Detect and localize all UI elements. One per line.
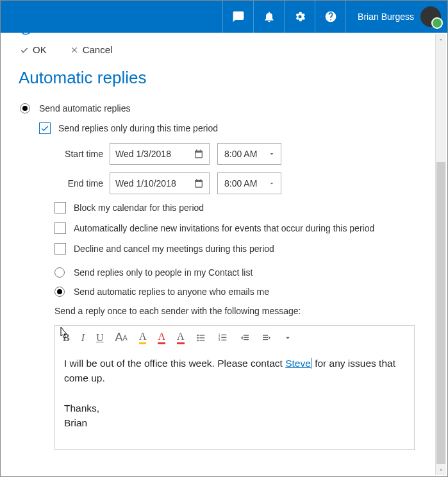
- end-time-value: 8:00 AM: [224, 178, 257, 188]
- svg-rect-1: [199, 335, 204, 335]
- ok-label: OK: [33, 44, 47, 55]
- decline-new-label: Automatically decline new invitations fo…: [74, 223, 374, 233]
- message-editor: B I U AA A A A 123 I will be out of the …: [54, 325, 415, 450]
- svg-rect-7: [221, 334, 226, 335]
- start-time-label: Start time: [54, 149, 103, 159]
- msg-thanks: Thanks,: [64, 403, 99, 414]
- msg-sign: Brian: [64, 417, 87, 428]
- msg-part1: I will be out of the office this week. P…: [64, 358, 285, 369]
- start-date-value: Wed 1/3/2018: [115, 149, 171, 159]
- cancel-label: Cancel: [83, 44, 113, 55]
- svg-rect-5: [199, 340, 204, 340]
- bell-icon[interactable]: [253, 1, 284, 33]
- logo: gP: [21, 13, 39, 35]
- start-date-input[interactable]: Wed 1/3/2018: [110, 143, 210, 165]
- bullets-button[interactable]: [196, 333, 206, 343]
- block-calendar-label: Block my calendar for this period: [74, 203, 204, 213]
- svg-point-2: [197, 337, 199, 339]
- cancel-button[interactable]: Cancel: [70, 44, 113, 55]
- font-color-button[interactable]: A: [158, 331, 165, 344]
- ok-button[interactable]: OK: [20, 44, 47, 55]
- underline-button[interactable]: U: [96, 332, 104, 344]
- highlight-button[interactable]: A: [139, 331, 147, 344]
- reply-once-label: Send a reply once to each sender with th…: [54, 306, 428, 316]
- outdent-button[interactable]: [240, 333, 250, 343]
- scroll-thumb[interactable]: [436, 162, 445, 464]
- radio-send-auto[interactable]: [20, 103, 30, 113]
- send-auto-label: Send automatic replies: [39, 103, 130, 113]
- font-color2-button[interactable]: A: [177, 331, 185, 344]
- end-time-input[interactable]: 8:00 AM: [217, 172, 281, 194]
- contact-link[interactable]: Steve: [285, 358, 312, 369]
- checkbox-cancel-meetings[interactable]: [54, 243, 66, 255]
- gear-icon[interactable]: [284, 1, 315, 33]
- scroll-down-icon[interactable]: [436, 464, 446, 475]
- help-icon[interactable]: [315, 1, 345, 33]
- scrollbar[interactable]: [435, 34, 446, 475]
- more-button[interactable]: [283, 333, 292, 342]
- chat-icon[interactable]: [222, 1, 253, 33]
- avatar[interactable]: [420, 6, 441, 27]
- radio-contacts-only[interactable]: [54, 267, 65, 278]
- checkbox-decline-new[interactable]: [54, 222, 66, 234]
- svg-rect-9: [221, 337, 226, 337]
- end-date-input[interactable]: Wed 1/10/2018: [110, 172, 210, 194]
- start-time-input[interactable]: 8:00 AM: [217, 143, 281, 165]
- italic-button[interactable]: I: [81, 332, 85, 344]
- contacts-only-label: Send replies only to people in my Contac…: [74, 267, 253, 278]
- end-time-label: End time: [54, 178, 103, 188]
- scroll-up-icon[interactable]: [436, 34, 446, 45]
- message-body[interactable]: I will be out of the office this week. P…: [55, 349, 414, 449]
- indent-button[interactable]: [261, 333, 272, 343]
- checkbox-block-calendar[interactable]: [54, 202, 66, 213]
- svg-rect-3: [199, 337, 204, 338]
- checkbox-only-period[interactable]: [39, 122, 51, 134]
- user-name[interactable]: Brian Burgess: [345, 1, 420, 33]
- start-time-value: 8:00 AM: [224, 149, 257, 159]
- only-period-label: Send replies only during this time perio…: [58, 123, 218, 133]
- page-title: Automatic replies: [1, 55, 447, 103]
- svg-text:3: 3: [218, 339, 220, 342]
- anyone-label: Send automatic replies to anyone who ema…: [74, 287, 269, 297]
- svg-point-4: [197, 339, 199, 341]
- bold-button[interactable]: B: [63, 332, 70, 344]
- font-size-button[interactable]: AA: [115, 331, 128, 344]
- svg-rect-11: [221, 339, 226, 340]
- end-date-value: Wed 1/10/2018: [115, 178, 176, 188]
- numbering-button[interactable]: 123: [218, 333, 228, 343]
- svg-point-0: [197, 334, 199, 336]
- cancel-meetings-label: Decline and cancel my meetings during th…: [74, 244, 274, 254]
- radio-anyone[interactable]: [54, 287, 65, 297]
